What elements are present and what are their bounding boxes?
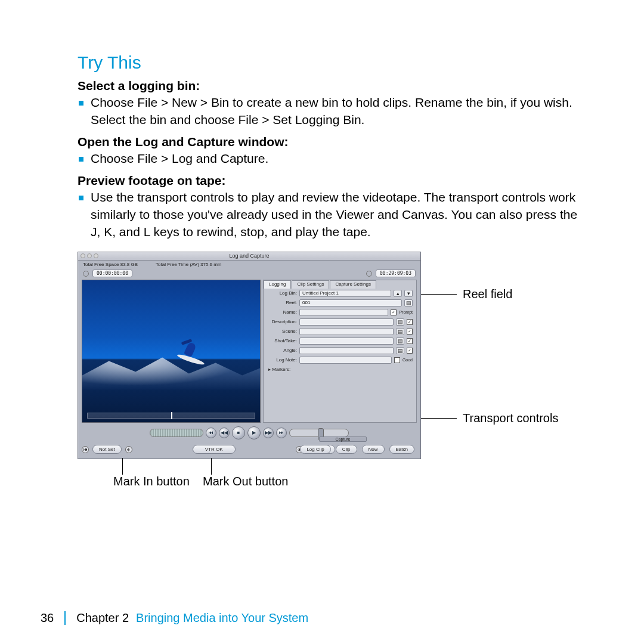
capture-clip-button[interactable]: Clip	[336, 445, 357, 454]
name-field[interactable]	[299, 309, 388, 316]
jog-control[interactable]	[150, 429, 203, 437]
section-3-bullet: Use the transport controls to play and r…	[78, 189, 578, 241]
chapter-title: Bringing Media into Your System	[136, 611, 308, 625]
rewind-button[interactable]: ◀◀	[219, 428, 230, 438]
angle-label: Angle:	[267, 348, 297, 353]
good-checkbox[interactable]	[394, 357, 400, 363]
prompt-label: Prompt	[399, 310, 413, 314]
log-and-capture-window: Log and Capture Total Free Space 83.8 GB…	[78, 252, 421, 459]
go-to-in-icon[interactable]: ⏮	[82, 446, 89, 453]
name-label: Name:	[267, 309, 297, 315]
scene-checkbox[interactable]: ✓	[407, 329, 413, 335]
scene-label: Scene:	[267, 329, 297, 334]
lognote-label: Log Note:	[267, 357, 297, 363]
free-time-label: Total Free Time (AV) 375.6 min	[156, 262, 221, 267]
timecode-out[interactable]: 00:29:09:03	[376, 270, 416, 277]
section-3-label: Preview footage on tape:	[78, 174, 578, 188]
callout-mark-in: Mark In button	[113, 475, 190, 488]
slate-icon[interactable]: ▤	[404, 299, 413, 306]
surfer-graphic	[180, 337, 204, 367]
shottake-label: Shot/Take:	[267, 338, 297, 343]
page-footer: 36 Chapter 2 Bringing Media into Your Sy…	[41, 611, 308, 625]
log-clip-button[interactable]: Log Clip	[300, 445, 330, 454]
clock-icon	[366, 271, 372, 277]
logbin-new-icon[interactable]: ▾	[404, 290, 413, 297]
description-field[interactable]	[299, 318, 394, 326]
slate-icon[interactable]: ▤	[396, 338, 404, 345]
logbin-field[interactable]: Untitled Project 1	[299, 290, 391, 297]
section-1-label: Select a logging bin:	[78, 79, 578, 93]
go-start-button[interactable]: ⏮	[206, 428, 216, 438]
tab-clip-settings[interactable]: Clip Settings	[292, 280, 329, 289]
angle-checkbox[interactable]: ✓	[407, 348, 413, 354]
clock-icon	[83, 271, 89, 277]
description-checkbox[interactable]: ✓	[407, 319, 413, 325]
logbin-up-icon[interactable]: ▴	[394, 290, 402, 297]
log-and-capture-figure: Log and Capture Total Free Space 83.8 GB…	[78, 252, 578, 490]
leader-mark-out	[211, 458, 212, 475]
logbin-label: Log Bin:	[267, 290, 297, 296]
slate-icon[interactable]: ▤	[396, 347, 404, 354]
window-traffic-lights[interactable]	[80, 253, 98, 258]
play-button[interactable]: ▶	[247, 426, 261, 439]
leader-mark-in	[122, 458, 123, 475]
tab-logging[interactable]: Logging	[264, 280, 291, 289]
fast-forward-button[interactable]: ▶▶	[263, 428, 274, 438]
good-label: Good	[402, 358, 413, 362]
tab-capture-settings[interactable]: Capture Settings	[330, 280, 376, 289]
try-this-heading: Try This	[78, 52, 578, 73]
angle-field[interactable]	[299, 347, 394, 354]
section-2-label: Open the Log and Capture window:	[78, 135, 578, 149]
free-space-label: Total Free Space 83.8 GB	[83, 262, 138, 267]
capture-section-label: Capture	[319, 436, 367, 442]
preview-monitor	[82, 280, 261, 423]
scene-field[interactable]	[299, 328, 394, 335]
slate-icon[interactable]: ▤	[396, 318, 404, 326]
shuttle-control[interactable]	[289, 429, 349, 437]
section-2-bullet: Choose File > Log and Capture.	[78, 150, 578, 168]
shottake-checkbox[interactable]: ✓	[407, 338, 413, 344]
lognote-field[interactable]	[299, 357, 392, 364]
prompt-checkbox[interactable]: ✓	[391, 309, 397, 315]
mark-in-button[interactable]: ⬖	[125, 446, 132, 453]
slate-icon[interactable]: ▤	[396, 328, 404, 335]
reel-field[interactable]: 001	[299, 299, 402, 306]
vtr-status: VTR OK	[193, 445, 236, 454]
stop-button[interactable]: ■	[232, 426, 245, 439]
chapter-label: Chapter 2	[76, 611, 129, 625]
window-title: Log and Capture	[229, 253, 269, 259]
capture-batch-button[interactable]: Batch	[389, 445, 414, 454]
description-label: Description:	[267, 319, 297, 324]
reel-label: Reel:	[267, 300, 297, 305]
callout-mark-out: Mark Out button	[203, 475, 288, 488]
page-number: 36	[41, 611, 66, 625]
in-point-field[interactable]: Not Set	[92, 445, 122, 454]
capture-now-button[interactable]: Now	[362, 445, 385, 454]
markers-disclosure[interactable]: ▸ Markers:	[264, 365, 416, 374]
range-bar[interactable]	[87, 413, 255, 419]
go-end-button[interactable]: ⏭	[276, 428, 287, 438]
callout-reel-field: Reel field	[421, 287, 512, 301]
logging-panel: Logging Clip Settings Capture Settings L…	[263, 280, 417, 423]
window-titlebar: Log and Capture	[78, 252, 420, 261]
shottake-field[interactable]	[299, 338, 394, 345]
timecode-in[interactable]: 00:00:00:00	[92, 270, 132, 277]
section-1-bullet: Choose File > New > Bin to create a new …	[78, 94, 578, 129]
callout-transport-controls: Transport controls	[421, 411, 558, 425]
